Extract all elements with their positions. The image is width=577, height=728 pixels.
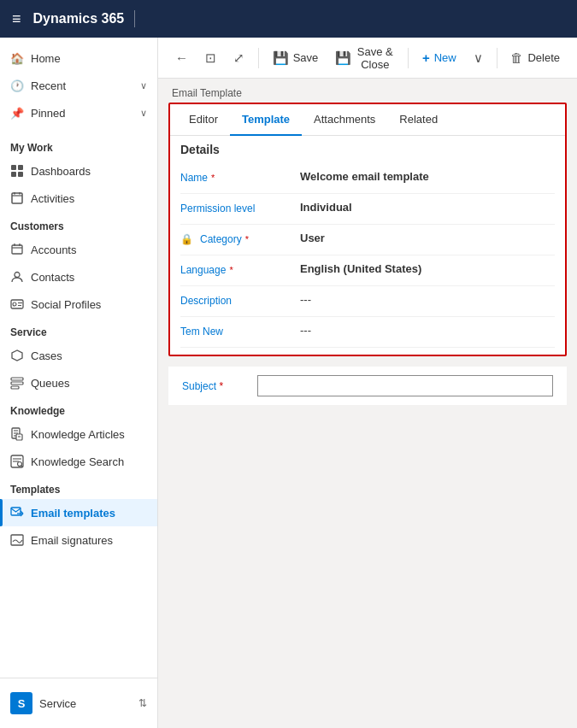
dashboards-icon — [10, 164, 24, 178]
sidebar-item-cases[interactable]: Cases — [0, 342, 157, 369]
app-label: Service — [39, 697, 76, 710]
subject-label: Subject * — [182, 380, 250, 392]
sidebar-item-email-templates[interactable]: Email templates — [0, 499, 157, 526]
dropdown-button[interactable]: ∨ — [467, 46, 490, 70]
main-layout: 🏠 Home 🕐 Recent ∨ 📌 Pinned ∨ My Work Das… — [0, 38, 577, 728]
tab-related[interactable]: Related — [387, 104, 450, 136]
field-value-tem-new: --- — [300, 324, 555, 337]
toolbar: ← ⊡ ⤢ 💾 Save 💾 Save & Close + New — [158, 38, 577, 79]
email-signatures-icon — [10, 533, 24, 547]
knowledge-articles-icon — [10, 427, 24, 441]
subject-required-indicator: * — [219, 380, 223, 392]
sidebar-item-recent[interactable]: 🕐 Recent ∨ — [0, 72, 157, 99]
new-button[interactable]: + New — [415, 46, 463, 69]
svg-rect-18 — [11, 382, 23, 385]
content-area: ← ⊡ ⤢ 💾 Save 💾 Save & Close + New — [158, 38, 577, 728]
app-title: Dynamics 365 — [33, 11, 125, 26]
social-profiles-icon — [10, 297, 24, 311]
record-entity-label: Email Template — [168, 87, 567, 99]
field-value-language: English (United States) — [300, 262, 555, 275]
toolbar-divider-1 — [258, 48, 259, 68]
sidebar-bottom: S Service ⇅ — [0, 678, 157, 728]
email-signatures-label: Email signatures — [31, 534, 147, 547]
required-indicator-category: * — [245, 234, 249, 244]
field-row-permission: Permission level Individual — [180, 194, 555, 225]
field-row-language: Language * English (United States) — [180, 255, 555, 286]
new-plus-icon: + — [422, 50, 430, 65]
field-value-permission: Individual — [300, 201, 555, 214]
sidebar-item-social-profiles[interactable]: Social Profiles — [0, 291, 157, 318]
sidebar-item-pinned[interactable]: 📌 Pinned ∨ — [0, 99, 157, 126]
sidebar-item-pinned-label: Pinned — [31, 107, 133, 120]
sidebar-item-dashboards[interactable]: Dashboards — [0, 157, 157, 185]
tab-attachments[interactable]: Attachments — [302, 104, 387, 136]
svg-rect-35 — [11, 535, 23, 545]
recent-icon: 🕐 — [10, 79, 24, 92]
delete-button[interactable]: 🗑 Delete — [503, 46, 567, 69]
maximize-button[interactable]: ⤢ — [227, 46, 251, 70]
email-templates-label: Email templates — [31, 507, 147, 520]
field-row-description: Description --- — [180, 286, 555, 317]
sidebar-top-section: 🏠 Home 🕐 Recent ∨ 📌 Pinned ∨ — [0, 38, 157, 133]
section-my-work: My Work — [0, 133, 157, 157]
details-heading: Details — [180, 143, 555, 156]
sidebar-item-contacts[interactable]: Contacts — [0, 263, 157, 291]
section-service: Service — [0, 318, 157, 342]
tab-editor[interactable]: Editor — [177, 104, 230, 136]
sidebar: 🏠 Home 🕐 Recent ∨ 📌 Pinned ∨ My Work Das… — [0, 38, 158, 728]
cases-icon — [10, 349, 24, 362]
hamburger-icon[interactable]: ≡ — [12, 10, 21, 28]
topbar-divider — [134, 10, 135, 27]
field-label-language: Language * — [180, 262, 300, 276]
sidebar-item-queues[interactable]: Queues — [0, 369, 157, 396]
topbar: ≡ Dynamics 365 — [0, 0, 577, 38]
field-label-category: 🔒 Category * — [180, 232, 300, 245]
back-button[interactable]: ← — [168, 46, 195, 69]
sidebar-app-switcher[interactable]: S Service ⇅ — [0, 685, 157, 721]
lock-icon: 🔒 — [180, 233, 193, 245]
sidebar-item-home[interactable]: 🏠 Home — [0, 44, 157, 72]
field-label-description: Description — [180, 293, 300, 307]
sidebar-item-knowledge-search[interactable]: Knowledge Search — [0, 448, 157, 475]
svg-point-29 — [18, 462, 22, 467]
queues-label: Queues — [31, 377, 147, 390]
section-templates: Templates — [0, 475, 157, 499]
sidebar-item-email-signatures[interactable]: Email signatures — [0, 526, 157, 554]
svg-point-14 — [13, 302, 16, 306]
subject-input[interactable] — [257, 375, 553, 396]
save-button[interactable]: 💾 Save — [266, 46, 326, 70]
sidebar-item-knowledge-articles[interactable]: Knowledge Articles — [0, 420, 157, 448]
form-container: Email Template Editor Template Attachmen… — [158, 79, 577, 728]
cases-label: Cases — [31, 349, 147, 362]
maximize-icon: ⤢ — [233, 50, 244, 66]
sidebar-item-activities[interactable]: Activities — [0, 185, 157, 212]
dropdown-chevron-icon: ∨ — [474, 50, 483, 66]
field-label-name: Name * — [180, 170, 300, 184]
app-icon: S — [10, 692, 32, 714]
toolbar-divider-2 — [408, 48, 409, 68]
social-profiles-label: Social Profiles — [31, 298, 147, 311]
save-close-label: Save & Close — [356, 45, 394, 71]
knowledge-search-icon — [10, 455, 24, 468]
svg-rect-8 — [12, 245, 22, 254]
svg-rect-4 — [12, 193, 22, 203]
field-value-name: Welcome email template — [300, 170, 555, 183]
sidebar-item-accounts[interactable]: Accounts — [0, 236, 157, 263]
tab-template[interactable]: Template — [230, 104, 302, 136]
field-label-tem-new: Tem New — [180, 324, 300, 338]
field-value-description: --- — [300, 293, 555, 306]
sidebar-item-recent-label: Recent — [31, 79, 133, 92]
required-indicator-name: * — [211, 173, 215, 183]
save-close-button[interactable]: 💾 Save & Close — [328, 41, 401, 75]
queues-icon — [10, 376, 24, 390]
section-knowledge: Knowledge — [0, 396, 157, 420]
save-icon: 💾 — [273, 50, 289, 66]
delete-icon: 🗑 — [510, 50, 523, 65]
tabs-row: Editor Template Attachments Related — [170, 104, 565, 136]
app-chevron-icon[interactable]: ⇅ — [138, 697, 147, 709]
section-customers: Customers — [0, 212, 157, 236]
dashboards-label: Dashboards — [31, 165, 147, 178]
svg-point-12 — [15, 273, 20, 278]
recent-chevron-icon: ∨ — [140, 80, 147, 91]
record-icon-button[interactable]: ⊡ — [198, 46, 223, 70]
